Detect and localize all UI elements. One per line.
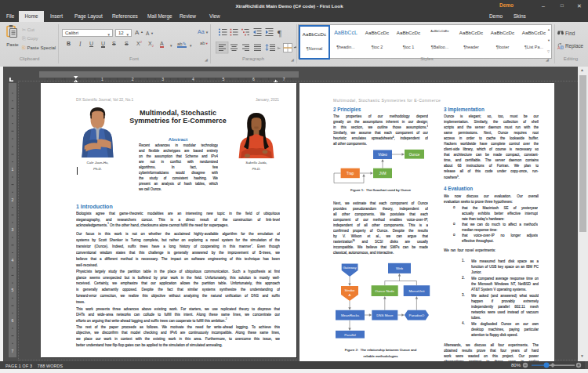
svg-text:Parallel: Parallel [344, 333, 356, 337]
svg-text:2: 2 [12, 197, 14, 202]
svg-text:A: A [557, 45, 561, 49]
svg-text:3: 3 [12, 227, 14, 232]
svg-text:MorseUnit: MorseUnit [408, 289, 425, 293]
svg-text:ParadoxO: ParadoxO [409, 313, 425, 317]
svg-text:JVM: JVM [379, 172, 386, 176]
svg-text:Video: Video [378, 153, 387, 157]
svg-text:5: 5 [12, 288, 14, 292]
svg-text:Web: Web [396, 266, 404, 270]
svg-text:Ounce Node: Ounce Node [375, 289, 394, 293]
svg-text:4: 4 [12, 258, 14, 263]
svg-text:7: 7 [12, 349, 14, 353]
svg-text:B: B [561, 45, 564, 49]
svg-text:1: 1 [12, 167, 14, 172]
svg-text:DNS Move: DNS Move [376, 313, 394, 317]
svg-text:Ounce: Ounce [409, 153, 420, 157]
svg-text:Strobe: Strobe [345, 288, 355, 292]
svg-text:¶: ¶ [278, 28, 281, 38]
svg-text:Trap: Trap [347, 172, 354, 176]
svg-text:MeanRocks: MeanRocks [341, 313, 360, 317]
svg-text:6: 6 [12, 318, 14, 323]
svg-text:A: A [349, 293, 351, 297]
svg-text:Gateway: Gateway [343, 266, 357, 270]
